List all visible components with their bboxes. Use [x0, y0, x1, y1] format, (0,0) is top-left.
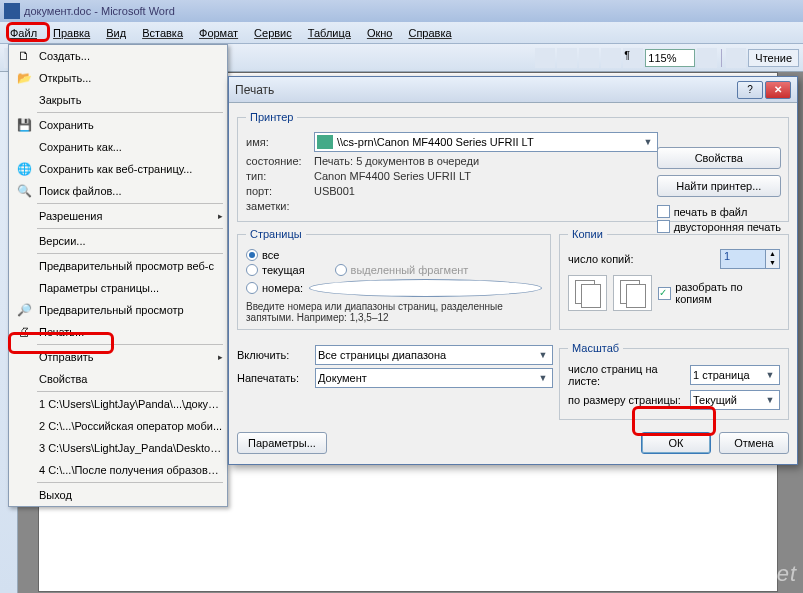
menu-recent4[interactable]: 4 C:\...\После получения образования у .…: [9, 459, 227, 481]
printer-legend: Принтер: [246, 111, 297, 123]
dialog-titlebar: Печать ? ✕: [229, 77, 797, 103]
menu-label: Предварительный просмотр веб-с: [39, 260, 223, 272]
menu-label: 3 C:\Users\LightJay_Panda\Desktop\...: [39, 442, 223, 454]
check-label: двусторонняя печать: [674, 221, 781, 233]
menu-properties[interactable]: Свойства: [9, 368, 227, 390]
menu-new[interactable]: 🗋Создать...: [9, 45, 227, 67]
menu-save-as[interactable]: Сохранить как...: [9, 136, 227, 158]
tb-columns-icon[interactable]: [557, 48, 577, 68]
menu-help[interactable]: Справка: [400, 25, 459, 41]
pages-numbers-input[interactable]: [309, 279, 542, 297]
menu-web-preview[interactable]: Предварительный просмотр веб-с: [9, 255, 227, 277]
menu-tools[interactable]: Сервис: [246, 25, 300, 41]
print-what-combo[interactable]: Документ▼: [315, 368, 553, 388]
collate-check[interactable]: разобрать по копиям: [658, 281, 780, 305]
combo-value: Документ: [318, 372, 536, 384]
menu-label: 1 C:\Users\LightJay\Panda\...\докум...: [39, 398, 223, 410]
menu-send[interactable]: Отправить: [9, 346, 227, 368]
zoom-combo[interactable]: 115%: [645, 49, 695, 67]
menu-recent1[interactable]: 1 C:\Users\LightJay\Panda\...\докум...: [9, 393, 227, 415]
state-label: состояние:: [246, 155, 314, 167]
tb-drawing-icon[interactable]: [579, 48, 599, 68]
menu-save-web[interactable]: 🌐Сохранить как веб-страницу...: [9, 158, 227, 180]
copies-spinner[interactable]: 1 ▲▼: [720, 249, 780, 269]
blank-icon: [13, 396, 35, 412]
blank-icon: [13, 208, 35, 224]
spin-up-icon[interactable]: ▲: [765, 250, 779, 259]
menu-label: Поиск файлов...: [39, 185, 223, 197]
menu-page-setup[interactable]: Параметры страницы...: [9, 277, 227, 299]
menu-open[interactable]: 📂Открыть...: [9, 67, 227, 89]
menu-table[interactable]: Таблица: [300, 25, 359, 41]
menu-insert[interactable]: Вставка: [134, 25, 191, 41]
copies-value: 1: [721, 250, 765, 268]
menu-versions[interactable]: Версии...: [9, 230, 227, 252]
menu-recent3[interactable]: 3 C:\Users\LightJay_Panda\Desktop\...: [9, 437, 227, 459]
tb-help-icon[interactable]: [697, 48, 717, 68]
properties-button[interactable]: Свойства: [657, 147, 781, 169]
menu-format[interactable]: Формат: [191, 25, 246, 41]
blank-icon: [13, 462, 35, 478]
tb-pilcrow-icon[interactable]: ¶: [623, 48, 643, 68]
menu-label: Закрыть: [39, 94, 223, 106]
menu-exit[interactable]: Выход: [9, 484, 227, 506]
menubar: Файл Правка Вид Вставка Формат Сервис Та…: [0, 22, 803, 44]
tb-read-icon[interactable]: [726, 48, 746, 68]
menu-label: Параметры страницы...: [39, 282, 223, 294]
menu-label: 2 C:\...\Российская оператор моби...: [39, 420, 223, 432]
menu-edit[interactable]: Правка: [45, 25, 98, 41]
menu-window[interactable]: Окно: [359, 25, 401, 41]
type-label: тип:: [246, 170, 314, 182]
zoom-value: 115%: [648, 52, 676, 64]
window-title: документ.doc - Microsoft Word: [24, 5, 175, 17]
include-label: Включить:: [237, 349, 315, 361]
pages-all-radio[interactable]: все: [246, 249, 279, 261]
close-button[interactable]: ✕: [765, 81, 791, 99]
include-combo[interactable]: Все страницы диапазона▼: [315, 345, 553, 365]
pages-current-radio[interactable]: текущая: [246, 264, 305, 276]
menu-print[interactable]: 🖨Печать...: [9, 321, 227, 343]
menu-label: Отправить: [39, 351, 214, 363]
tb-docmap-icon[interactable]: [601, 48, 621, 68]
pages-numbers-radio[interactable]: номера:: [246, 282, 303, 294]
print-what-label: Напечатать:: [237, 372, 315, 384]
pages-selection-radio[interactable]: выделенный фрагмент: [335, 264, 469, 276]
menu-label: Предварительный просмотр: [39, 304, 223, 316]
blank-icon: [13, 487, 35, 503]
menu-print-preview[interactable]: 🔎Предварительный просмотр: [9, 299, 227, 321]
menu-sep: [37, 203, 223, 204]
find-printer-button[interactable]: Найти принтер...: [657, 175, 781, 197]
fit-combo[interactable]: Текущий▼: [690, 390, 780, 410]
open-icon: 📂: [13, 70, 35, 86]
menu-search[interactable]: 🔍Поиск файлов...: [9, 180, 227, 202]
spin-down-icon[interactable]: ▼: [765, 259, 779, 268]
cancel-button[interactable]: Отмена: [719, 432, 789, 454]
menu-label: Печать...: [39, 326, 223, 338]
parameters-button[interactable]: Параметры...: [237, 432, 327, 454]
menu-permissions[interactable]: Разрешения: [9, 205, 227, 227]
menu-label: Сохранить: [39, 119, 223, 131]
help-button[interactable]: ?: [737, 81, 763, 99]
notes-label: заметки:: [246, 200, 314, 212]
duplex-check[interactable]: двусторонняя печать: [657, 220, 781, 233]
menu-label: Сохранить как веб-страницу...: [39, 163, 223, 175]
titlebar: документ.doc - Microsoft Word: [0, 0, 803, 22]
menu-recent2[interactable]: 2 C:\...\Российская оператор моби...: [9, 415, 227, 437]
ok-button[interactable]: ОК: [641, 432, 711, 454]
menu-label: Версии...: [39, 235, 223, 247]
menu-file[interactable]: Файл: [2, 25, 45, 41]
tb-table-icon[interactable]: [535, 48, 555, 68]
menu-label: Свойства: [39, 373, 223, 385]
reading-mode-button[interactable]: Чтение: [748, 49, 799, 67]
new-icon: 🗋: [13, 48, 35, 64]
menu-view[interactable]: Вид: [98, 25, 134, 41]
pages-legend: Страницы: [246, 228, 306, 240]
menu-save[interactable]: 💾Сохранить: [9, 114, 227, 136]
fit-label: по размеру страницы:: [568, 394, 690, 406]
pps-combo[interactable]: 1 страница▼: [690, 365, 780, 385]
type-value: Canon MF4400 Series UFRII LT: [314, 170, 658, 182]
printer-name-combo[interactable]: \\cs-prn\Canon MF4400 Series UFRII LT ▼: [314, 132, 658, 152]
print-to-file-check[interactable]: печать в файл: [657, 205, 781, 218]
menu-close[interactable]: Закрыть: [9, 89, 227, 111]
scale-legend: Масштаб: [568, 342, 623, 354]
